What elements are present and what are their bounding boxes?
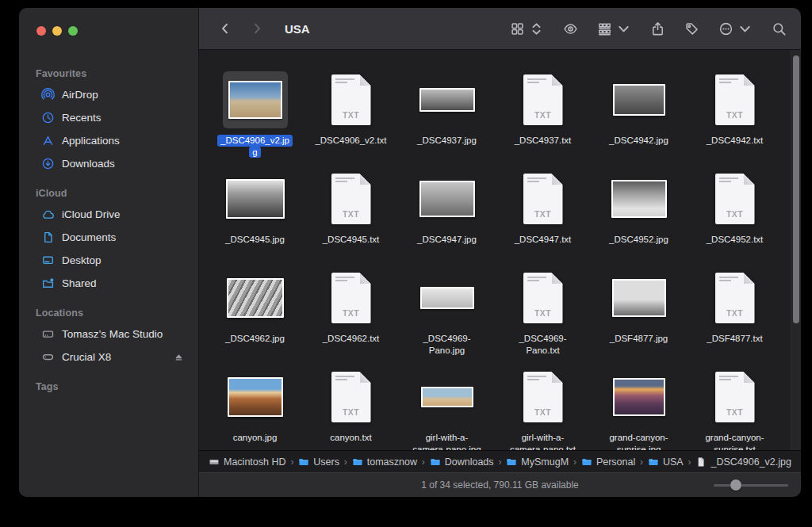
sidebar-item-crucial-x8[interactable]: Crucial X8 — [25, 346, 193, 369]
file-item[interactable]: TXT_DSC4962.txt — [303, 269, 399, 368]
breadcrumb-item[interactable]: USA — [648, 456, 684, 468]
sidebar-item-tomasz-s-mac-studio[interactable]: Tomasz’s Mac Studio — [25, 323, 193, 346]
scrollbar-thumb[interactable] — [793, 55, 799, 323]
breadcrumb-item[interactable]: tomasznow — [352, 456, 417, 468]
forward-button[interactable] — [250, 21, 264, 36]
desktop-icon — [41, 254, 55, 267]
breadcrumb-item[interactable]: MySmugM — [506, 456, 569, 468]
status-text: 1 of 34 selected, 790.11 GB available — [421, 479, 579, 491]
folder-icon — [430, 456, 441, 468]
slider-knob[interactable] — [730, 479, 741, 491]
tags-button[interactable] — [684, 21, 699, 36]
share-button[interactable] — [650, 21, 665, 36]
breadcrumb-item[interactable]: Downloads — [430, 456, 494, 468]
file-item[interactable]: TXT_DSC4947.txt — [495, 170, 591, 269]
path-bar: Macintosh HD›Users›tomasznow›Downloads›M… — [199, 450, 801, 472]
sidebar-item-recents[interactable]: Recents — [25, 106, 193, 129]
back-button[interactable] — [218, 21, 232, 36]
file-name: _DSF4877.txt — [707, 333, 762, 345]
file-item[interactable]: grand-canyon-sunrise.jpg — [591, 368, 687, 450]
file-item[interactable]: _DSC4942.jpg — [591, 71, 687, 170]
file-item[interactable]: _DSC4906_v2.jpg — [207, 71, 303, 170]
file-item[interactable]: TXT_DSC4969-Pano.txt — [495, 269, 591, 368]
folder-icon — [298, 456, 309, 468]
sidebar-item-applications[interactable]: Applications — [25, 129, 193, 152]
document-icon — [41, 231, 55, 244]
file-item[interactable]: _DSC4969-Pano.jpg — [399, 269, 495, 368]
file-item[interactable]: TXTgrand-canyon-sunrise.txt — [687, 368, 783, 450]
cloud-icon — [41, 208, 55, 221]
sidebar-item-downloads[interactable]: Downloads — [25, 152, 193, 175]
scrollbar-track[interactable] — [791, 50, 801, 450]
file-item[interactable]: girl-with-a-camera-pano.jpg — [399, 368, 495, 450]
minimize-button[interactable] — [52, 26, 62, 36]
view-switcher-button[interactable] — [510, 21, 544, 36]
breadcrumb-item[interactable]: Personal — [581, 456, 635, 468]
txt-badge: TXT — [331, 308, 371, 318]
file-item[interactable]: canyon.jpg — [207, 368, 303, 450]
file-item[interactable]: TXT_DSC4952.txt — [687, 170, 783, 269]
slider-track[interactable] — [714, 484, 788, 487]
finder-window: FavouritesAirDropRecentsApplicationsDown… — [19, 8, 801, 497]
file-item[interactable]: _DSF4877.jpg — [591, 269, 687, 368]
txt-file-icon: TXT — [715, 273, 755, 323]
file-item[interactable]: _DSC4945.jpg — [207, 170, 303, 269]
sidebar-item-airdrop[interactable]: AirDrop — [25, 83, 193, 106]
file-item[interactable]: TXT_DSC4945.txt — [303, 170, 399, 269]
file-icon — [695, 456, 707, 468]
icon-size-slider[interactable] — [714, 479, 788, 491]
txt-badge: TXT — [715, 407, 755, 417]
sidebar-item-icloud-drive[interactable]: iCloud Drive — [25, 203, 193, 226]
file-name: grand-canyon-sunrise.jpg — [609, 432, 668, 450]
mac-studio-icon — [41, 327, 55, 341]
file-item[interactable]: TXTcanyon.txt — [303, 368, 399, 450]
sidebar-item-label: Tomasz’s Mac Studio — [62, 328, 163, 340]
breadcrumb-label: Users — [313, 456, 339, 468]
file-item[interactable]: TXT_DSF4877.txt — [687, 269, 783, 368]
file-name: _DSC4942.txt — [707, 135, 764, 147]
breadcrumb-item[interactable]: Users — [298, 456, 339, 468]
breadcrumb-label: MySmugM — [521, 456, 569, 468]
breadcrumb-item[interactable]: Macintosh HD — [209, 456, 286, 468]
folder-icon — [352, 456, 363, 468]
file-item[interactable]: TXT_DSC4906_v2.txt — [303, 71, 399, 170]
file-item[interactable]: _DSC4962.jpg — [207, 269, 303, 368]
txt-file-icon: TXT — [715, 74, 755, 125]
toolbar-actions — [510, 21, 787, 36]
applications-icon — [41, 134, 55, 147]
file-item[interactable]: _DSC4947.jpg — [399, 170, 495, 269]
txt-badge: TXT — [523, 110, 563, 120]
more-actions-button[interactable] — [718, 21, 753, 36]
search-button[interactable] — [772, 21, 787, 36]
txt-file-icon: TXT — [331, 273, 371, 323]
eject-icon[interactable] — [173, 351, 185, 363]
breadcrumb-item[interactable]: _DSC4906_v2.jpg — [695, 456, 791, 468]
breadcrumb-label: tomasznow — [367, 456, 417, 468]
file-item[interactable]: TXT_DSC4942.txt — [687, 71, 783, 170]
sidebar-section-title: iCloud — [36, 188, 198, 199]
sidebar-item-label: iCloud Drive — [62, 208, 121, 220]
sidebar-item-desktop[interactable]: Desktop — [25, 249, 193, 272]
breadcrumb-separator: › — [344, 456, 347, 468]
file-name: _DSC4962.txt — [323, 333, 380, 345]
folder-icon — [506, 456, 517, 468]
tag-icon — [684, 21, 699, 36]
txt-file-icon: TXT — [331, 372, 371, 422]
close-button[interactable] — [36, 26, 46, 36]
group-by-button[interactable] — [597, 21, 631, 36]
file-item[interactable]: _DSC4952.jpg — [591, 170, 687, 269]
folder-icon — [581, 456, 592, 468]
sidebar-item-label: Applications — [62, 135, 120, 147]
txt-badge: TXT — [523, 209, 563, 219]
file-item[interactable]: TXT_DSC4937.txt — [495, 71, 591, 170]
sidebar-list: FavouritesAirDropRecentsApplicationsDown… — [19, 55, 198, 396]
sidebar-item-documents[interactable]: Documents — [25, 226, 193, 249]
photo-thumbnail — [420, 287, 474, 309]
photo-thumbnail — [613, 84, 665, 116]
zoom-button[interactable] — [68, 26, 78, 36]
quick-look-button[interactable] — [563, 21, 578, 36]
photo-thumbnail — [611, 180, 667, 218]
file-item[interactable]: _DSC4937.jpg — [399, 71, 495, 170]
file-item[interactable]: TXTgirl-with-a-camera-pano.txt — [495, 368, 591, 450]
sidebar-item-shared[interactable]: Shared — [25, 272, 193, 295]
